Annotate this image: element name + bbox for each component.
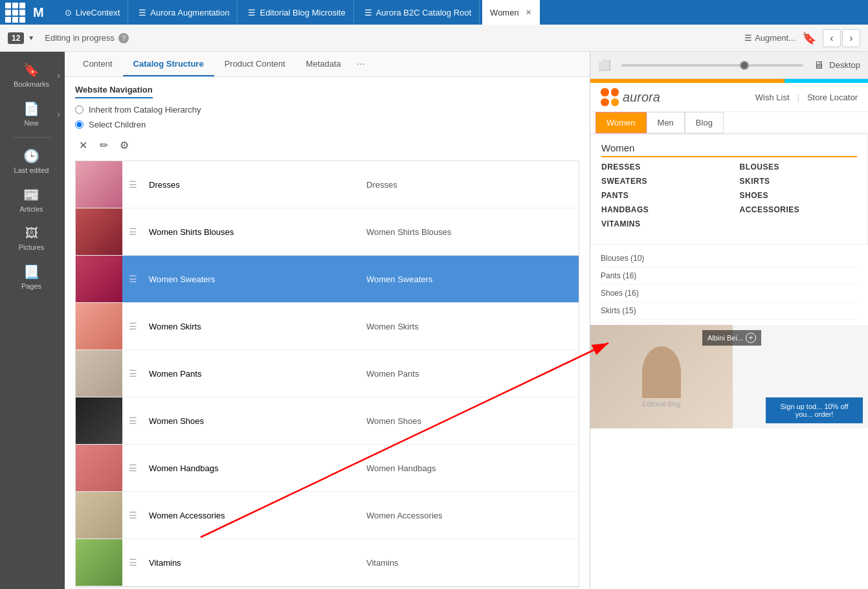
drag-handle-handbags[interactable]: ☰ (122, 463, 144, 473)
aurora-cat-blouses[interactable]: BLOUSES (740, 162, 858, 172)
aurora-dropdown: Women DRESSESBLOUSESSWEATERSSKIRTSPANTSS… (590, 134, 868, 245)
tab-product-content[interactable]: Product Content (214, 52, 296, 76)
main-layout: 🔖 Bookmarks 📄 New 🕒 Last edited 📰 Articl… (0, 52, 868, 589)
tab-livecontext[interactable]: ⊙ LiveContext (57, 0, 129, 25)
tab-editorial-icon: ☰ (248, 8, 256, 17)
aurora-cat-sweaters[interactable]: SWEATERS (601, 177, 719, 186)
aurora-cat-dresses[interactable]: DRESSES (601, 162, 719, 172)
tab-catalog-structure[interactable]: Catalog Structure (123, 52, 214, 76)
drag-handle-vitamins[interactable]: ☰ (122, 557, 144, 568)
bookmarks-icon: 🔖 (23, 62, 39, 78)
sidebar-item-pants[interactable]: Pants (16) (601, 267, 858, 285)
logo-cell-3 (601, 98, 609, 107)
radio-select-input[interactable] (75, 120, 83, 129)
sidebar-divider (13, 137, 52, 138)
radio-inherit[interactable]: Inherit from Catalog Hierarchy (75, 105, 579, 115)
category-row-pants[interactable]: ☰Women PantsWomen Pants (76, 350, 579, 397)
albini-badge: Albini Bei... + (702, 330, 761, 346)
tab-women-close[interactable]: ✕ (526, 8, 531, 17)
store-locator-link[interactable]: Store Locator (807, 93, 858, 102)
aurora-cat-handbags[interactable]: HANDBAGS (601, 205, 719, 214)
sidebar-item-shoes[interactable]: Shoes (16) (601, 285, 858, 302)
category-name-right-vitamins: Vitamins (361, 558, 579, 568)
sidebar-item-bookmarks[interactable]: 🔖 Bookmarks (0, 57, 65, 93)
drag-handle-shoes[interactable]: ☰ (122, 416, 144, 426)
zoom-slider-thumb[interactable] (740, 61, 749, 70)
tab-b2c-label: Aurora B2C Catalog Root (376, 8, 471, 17)
menu-men[interactable]: Men (647, 112, 685, 133)
sidebar-item-pages[interactable]: 📃 Pages (0, 259, 65, 295)
augment-button[interactable]: ☰ Augment... (744, 33, 796, 43)
version-badge: 12 (8, 32, 24, 44)
drag-handle-dresses[interactable]: ☰ (122, 179, 144, 190)
aurora-cat-shoes[interactable]: SHOES (740, 191, 858, 200)
preview-content: aurora Wish List | Store Locator Women M… (590, 79, 868, 589)
zoom-slider[interactable] (621, 64, 803, 67)
editing-progress: Editing in progress ? (45, 33, 129, 43)
app-grid-icon[interactable] (5, 3, 25, 23)
tab-women[interactable]: Women ✕ (482, 0, 540, 25)
sidebar-item-new[interactable]: 📄 New (0, 96, 65, 132)
tab-metadata[interactable]: Metadata (296, 52, 351, 76)
albini-plus[interactable]: + (746, 333, 756, 343)
bookmark-icon[interactable]: 🔖 (802, 31, 816, 45)
category-row-handbags[interactable]: ☰Women HandbagsWomen Handbags (76, 445, 579, 492)
drag-handle-pants[interactable]: ☰ (122, 368, 144, 379)
edit-icon[interactable]: ✏ (96, 137, 111, 153)
aurora-logo-text: aurora (623, 90, 660, 105)
drag-handle-sweaters[interactable]: ☰ (122, 274, 144, 284)
category-row-shoes[interactable]: ☰Women ShoesWomen Shoes (76, 397, 579, 445)
pages-icon: 📃 (23, 264, 39, 280)
aurora-cat-vitamins[interactable]: VITAMINS (601, 219, 719, 228)
category-thumb-handbags (76, 445, 122, 491)
category-row-vitamins[interactable]: ☰VitaminsVitamins (76, 539, 579, 586)
aurora-menu: Women Men Blog (590, 112, 868, 134)
tab-aurora-b2c[interactable]: ☰ Aurora B2C Catalog Root (357, 0, 480, 25)
aurora-cat-pants[interactable]: PANTS (601, 191, 719, 200)
radio-select[interactable]: Select Children (75, 120, 579, 129)
content-body: Website Navigation Inherit from Catalog … (65, 77, 590, 589)
app-logo: M (33, 5, 44, 20)
tab-editorial-label: Editorial Blog Microsite (260, 8, 345, 17)
wishlist-link[interactable]: Wish List (755, 93, 790, 102)
category-row-shirts[interactable]: ☰Women Shirts BlousesWomen Shirts Blouse… (76, 208, 579, 256)
category-row-sweaters[interactable]: ☰Women SweatersWomen Sweaters (76, 256, 579, 303)
radio-inherit-input[interactable] (75, 106, 83, 114)
product-area: Editorial Blog Sign up tod... 10% off yo… (590, 325, 868, 428)
tab-women-label: Women (490, 8, 519, 17)
tab-aurora-augmentation[interactable]: ☰ Aurora Augmentation (131, 0, 238, 25)
aurora-cat-accessories[interactable]: ACCESSORIES (740, 205, 858, 214)
sidebar-item-blouses[interactable]: Blouses (10) (601, 250, 858, 267)
drag-handle-shirts[interactable]: ☰ (122, 227, 144, 237)
radio-select-label: Select Children (89, 120, 146, 129)
category-row-skirts[interactable]: ☰Women SkirtsWomen Skirts (76, 303, 579, 350)
sidebar-item-articles[interactable]: 📰 Articles (0, 182, 65, 218)
delete-icon[interactable]: ✕ (75, 137, 91, 153)
preview-desktop-icon[interactable]: 🖥 (814, 60, 824, 71)
menu-women[interactable]: Women (595, 112, 647, 133)
version-dropdown[interactable]: ▼ (28, 34, 34, 41)
settings-icon[interactable]: ⚙ (117, 137, 132, 153)
aurora-logo-icon (601, 88, 619, 106)
aurora-logo: aurora (601, 88, 660, 106)
augment-icon: ☰ (744, 33, 752, 43)
sidebar-item-skirts[interactable]: Skirts (15) (601, 302, 858, 320)
category-row-accessories[interactable]: ☰Women AccessoriesWomen Accessories (76, 492, 579, 539)
nav-prev[interactable]: ‹ (823, 29, 841, 47)
tab-content[interactable]: Content (72, 52, 123, 76)
tab-more[interactable]: ··· (351, 52, 370, 76)
nav-next[interactable]: › (842, 29, 860, 47)
menu-blog[interactable]: Blog (685, 112, 724, 133)
preview-layout-icon[interactable]: ⬜ (598, 59, 611, 71)
action-icons: ✕ ✏ ⚙ (75, 137, 579, 153)
category-row-dresses[interactable]: ☰DressesDresses (76, 161, 579, 208)
category-name-shirts: Women Shirts Blouses (144, 227, 361, 237)
sidebar-item-last-edited[interactable]: 🕒 Last edited (0, 143, 65, 179)
aurora-cat-skirts[interactable]: SKIRTS (740, 177, 858, 186)
content-panel: Content Catalog Structure Product Conten… (65, 52, 590, 589)
drag-handle-accessories[interactable]: ☰ (122, 510, 144, 520)
drag-handle-skirts[interactable]: ☰ (122, 321, 144, 331)
tab-editorial-blog[interactable]: ☰ Editorial Blog Microsite (240, 0, 353, 25)
sidebar-item-pictures[interactable]: 🖼 Pictures (0, 221, 65, 256)
help-icon[interactable]: ? (118, 33, 129, 43)
